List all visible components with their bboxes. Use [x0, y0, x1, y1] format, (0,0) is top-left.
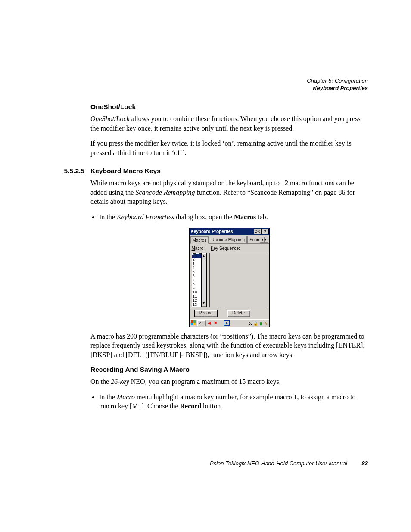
paragraph: On the 26-key NEO, you can program a max… — [90, 377, 368, 386]
label-macro: Macro: — [192, 246, 205, 252]
label-key-sequence: Key Sequence: — [211, 246, 240, 252]
dialog-tabs: Macros Unicode Mapping Scanco ◄ ► — [190, 235, 269, 244]
heading-title: Keyboard Macro Keys — [90, 167, 161, 176]
close-button[interactable]: × — [262, 229, 269, 234]
taskbar: K... ◀ ⚑ A 🖧 🔒 ▮ ✎ — [190, 319, 269, 327]
heading-oneshot: OneShot/Lock — [90, 103, 368, 112]
taskbar-task[interactable]: K... — [197, 320, 206, 326]
field-labels: Macro: Key Sequence: — [192, 246, 267, 252]
paragraph: If you press the modifier key twice, it … — [90, 139, 368, 157]
paragraph: While macro keys are not physically stam… — [90, 178, 368, 206]
scrollbar[interactable]: ▲ ▼ — [201, 253, 207, 307]
heading-number: 5.5.2.5 — [43, 167, 90, 176]
pen-icon[interactable]: ✎ — [264, 321, 268, 326]
list-item[interactable]: 13 — [193, 303, 201, 307]
svg-rect-1 — [193, 320, 196, 323]
dialog-title-text: Keyboard Properties — [191, 229, 233, 235]
network-icon[interactable]: 🖧 — [248, 321, 253, 326]
bullet-list: In the Keyboard Properties dialog box, o… — [90, 212, 368, 222]
start-button[interactable] — [190, 320, 196, 326]
keyboard-properties-dialog: Keyboard Properties OK × Macros Unicode … — [189, 228, 270, 327]
bullet-list: In the Macro menu highlight a macro key … — [90, 392, 368, 411]
tab-scroll-left[interactable]: ◄ — [260, 237, 264, 243]
paragraph: A macro has 200 programmable characters … — [90, 332, 368, 360]
indicator-icon: ⚑ — [213, 320, 218, 326]
svg-rect-0 — [191, 320, 193, 323]
tab-unicode-mapping[interactable]: Unicode Mapping — [209, 236, 247, 243]
record-button[interactable]: Record — [194, 310, 218, 317]
lock-icon[interactable]: 🔒 — [253, 321, 258, 326]
system-tray: 🖧 🔒 ▮ ✎ — [248, 321, 268, 326]
heading-macro-keys: 5.5.2.5 Keyboard Macro Keys — [43, 167, 368, 176]
chapter-label: Chapter 5: Configuration — [307, 78, 368, 85]
svg-rect-2 — [191, 323, 193, 325]
page-footer: Psion Teklogix NEO Hand-Held Computer Us… — [43, 460, 368, 467]
delete-button[interactable]: Delete — [227, 310, 250, 317]
page-number: 83 — [362, 460, 368, 467]
term-oneshot: OneShot/Lock — [90, 115, 130, 122]
macro-listbox[interactable]: 1 2 3 4 5 6 7 8 9 10 11 — [192, 253, 201, 307]
ok-button[interactable]: OK — [254, 229, 262, 234]
svg-rect-3 — [193, 323, 196, 325]
section-label: Keyboard Properties — [307, 85, 368, 92]
scroll-down-icon[interactable]: ▼ — [202, 301, 206, 307]
footer-text: Psion Teklogix NEO Hand-Held Computer Us… — [210, 460, 347, 467]
tab-macros[interactable]: Macros — [190, 236, 209, 244]
figure-dialog: Keyboard Properties OK × Macros Unicode … — [90, 228, 368, 327]
input-indicator[interactable]: A — [224, 320, 230, 326]
dialog-titlebar[interactable]: Keyboard Properties OK × — [190, 228, 269, 235]
arrow-left-icon: ◀ — [207, 320, 212, 326]
battery-icon[interactable]: ▮ — [258, 321, 263, 326]
key-sequence-area[interactable] — [209, 253, 267, 307]
list-item: In the Macro menu highlight a macro key … — [99, 392, 368, 411]
tab-scroll-right[interactable]: ► — [264, 237, 268, 243]
scroll-up-icon[interactable]: ▲ — [202, 253, 206, 259]
tab-scancode[interactable]: Scanco — [247, 236, 259, 243]
heading-recording: Recording And Saving A Macro — [90, 365, 368, 374]
running-header: Chapter 5: Configuration Keyboard Proper… — [307, 78, 368, 92]
windows-logo-icon — [191, 320, 196, 326]
list-item: In the Keyboard Properties dialog box, o… — [99, 212, 368, 222]
paragraph: OneShot/Lock allows you to combine these… — [90, 114, 368, 133]
